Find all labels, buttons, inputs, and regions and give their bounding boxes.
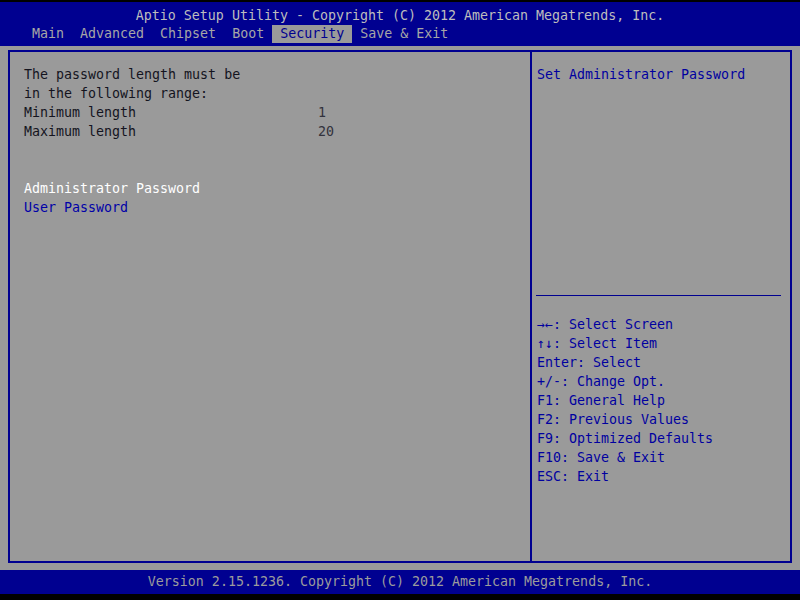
field-row-minimum-length: Minimum length 1 — [24, 103, 530, 122]
field-value: 20 — [318, 122, 334, 141]
tab-security[interactable]: Security — [272, 25, 352, 43]
tab-bar: Main Advanced Chipset Boot Security Save… — [24, 25, 456, 43]
key-hint-f9: F9: Optimized Defaults — [537, 429, 790, 448]
key-hint-change-opt: +/-: Change Opt. — [537, 372, 790, 391]
key-hint-select-screen: →←: Select Screen — [537, 315, 790, 334]
key-hints-legend: →←: Select Screen ↑↓: Select Item Enter:… — [537, 315, 790, 486]
work-area: The password length must be in the follo… — [0, 46, 800, 570]
key-hint-enter: Enter: Select — [537, 353, 790, 372]
tab-boot[interactable]: Boot — [224, 25, 272, 43]
key-hint-esc: ESC: Exit — [537, 467, 790, 486]
info-line: The password length must be — [24, 65, 530, 84]
info-line: in the following range: — [24, 84, 530, 103]
key-hint-select-item: ↑↓: Select Item — [537, 334, 790, 353]
key-hint-f2: F2: Previous Values — [537, 410, 790, 429]
tab-save-exit[interactable]: Save & Exit — [352, 25, 456, 43]
field-row-maximum-length: Maximum length 20 — [24, 122, 530, 141]
key-hint-f1: F1: General Help — [537, 391, 790, 410]
options-pane: The password length must be in the follo… — [10, 52, 530, 561]
page-title: Aptio Setup Utility - Copyright (C) 2012… — [0, 8, 800, 23]
bios-setup-screen: Aptio Setup Utility - Copyright (C) 2012… — [0, 0, 800, 600]
tab-advanced[interactable]: Advanced — [72, 25, 152, 43]
horizontal-divider — [536, 295, 781, 296]
main-box: The password length must be in the follo… — [8, 50, 792, 563]
item-help-text: Set Administrator Password — [537, 65, 745, 84]
field-label: Minimum length — [24, 103, 318, 122]
help-pane: Set Administrator Password →←: Select Sc… — [532, 52, 790, 561]
tab-main[interactable]: Main — [24, 25, 72, 43]
menu-item-administrator-password[interactable]: Administrator Password — [24, 179, 530, 198]
menu-item-user-password[interactable]: User Password — [24, 198, 530, 217]
tab-chipset[interactable]: Chipset — [152, 25, 224, 43]
key-hint-f10: F10: Save & Exit — [537, 448, 790, 467]
version-bar: Version 2.15.1236. Copyright (C) 2012 Am… — [0, 570, 800, 594]
field-value: 1 — [318, 103, 326, 122]
title-bar: Aptio Setup Utility - Copyright (C) 2012… — [0, 2, 800, 46]
spacer — [24, 141, 530, 179]
field-label: Maximum length — [24, 122, 318, 141]
